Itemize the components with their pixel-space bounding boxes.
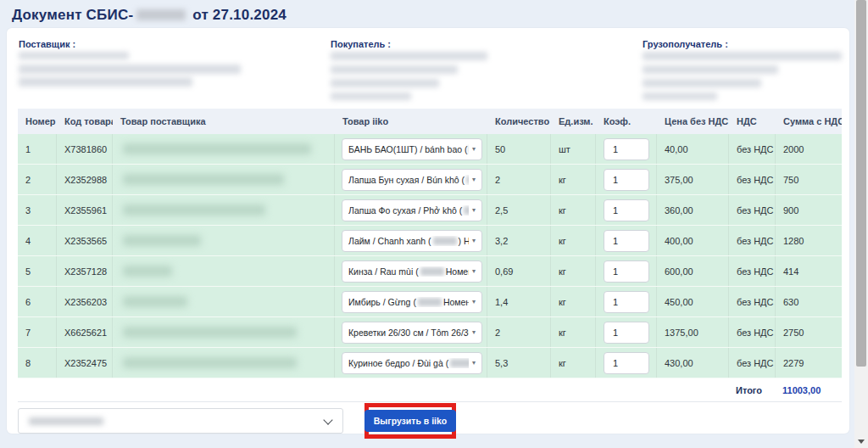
supplier-label: Поставщик : (19, 39, 75, 49)
consignee-label: Грузополучатель : (643, 39, 728, 49)
coefficient-input[interactable]: 1 (604, 260, 649, 283)
supplier-section: Поставщик : (19, 39, 75, 49)
iiko-product-text: Лапша Бун сухая / Bún khô (Н... (348, 175, 469, 185)
cell-price-without-vat: 400,00 (657, 226, 729, 255)
iiko-product-dropdown[interactable]: Лапша Бун сухая / Bún khô (Н... ▾ (342, 169, 482, 191)
cell-number: 1 (18, 134, 57, 164)
cell-product-code: X7381860 (57, 134, 113, 164)
dropdown-caret-icon: ▾ (472, 237, 476, 244)
iiko-product-dropdown[interactable]: БАНЬ БАО(1ШТ) / bánh bao (... ▾ (342, 138, 482, 160)
coefficient-input[interactable]: 1 (604, 352, 649, 374)
cell-coefficient: 1 (596, 287, 657, 316)
cell-number: 3 (18, 195, 57, 225)
cell-iiko-product: Лапша Фо сухая / Phở khô () Н... ▾ (335, 195, 487, 225)
redacted-consignee-line (643, 79, 761, 87)
vertical-scrollbar[interactable] (854, 0, 868, 448)
cell-iiko-product: Куриное бедро / Đùi gà (Номе... ▾ (335, 348, 487, 378)
redacted-supplier-product (123, 235, 201, 246)
coefficient-input[interactable]: 1 (604, 291, 649, 313)
iiko-product-dropdown[interactable]: Кинза / Rau mùi (Номенклату... ▾ (342, 260, 482, 283)
cell-quantity: 50 (487, 134, 551, 164)
redacted-supplier-product (123, 143, 311, 154)
table-row: 7 X6625621 Креветки 26/30 см / Tôm 26/30… (18, 317, 842, 348)
cell-unit: кг (551, 317, 596, 347)
cell-vat: без НДС (729, 348, 776, 378)
column-header: Сумма с НДС (776, 116, 842, 126)
redacted-supplier-product (123, 204, 265, 216)
redacted-iiko-fragment (464, 206, 469, 215)
red-highlight-annotation: Выгрузить в iiko (364, 403, 456, 439)
column-header: Коэф. (596, 116, 657, 126)
cell-iiko-product: Креветки 26/30 см / Tôm 26/30 đôn... ▾ (335, 317, 487, 347)
cell-number: 2 (18, 165, 57, 194)
table-row: 2 X2352988 Лапша Бун сухая / Bún khô (Н.… (18, 165, 842, 195)
cell-price-without-vat: 450,00 (657, 287, 729, 316)
coefficient-input[interactable]: 1 (604, 322, 649, 344)
cell-iiko-product: Кинза / Rau mùi (Номенклату... ▾ (335, 256, 487, 286)
cell-unit: кг (551, 226, 596, 255)
total-label: Итого (729, 385, 776, 395)
coefficient-input[interactable]: 1 (604, 169, 649, 191)
coefficient-input[interactable]: 1 (604, 199, 649, 221)
dropdown-caret-icon: ▾ (472, 176, 476, 183)
redacted-supplier-line (19, 64, 241, 74)
cell-sum-with-vat: 2279 (776, 348, 842, 378)
iiko-product-text: Куриное бедро / Đùi gà (Номе... (348, 358, 469, 368)
redacted-supplier-product (123, 266, 172, 277)
total-value: 11003,00 (776, 385, 842, 395)
cell-vat: без НДС (729, 165, 776, 194)
table-row: 3 X2355961 Лапша Фо сухая / Phở khô () Н… (18, 195, 842, 226)
cell-quantity: 1,4 (487, 287, 551, 316)
cell-coefficient: 1 (596, 317, 657, 347)
column-header: Код товара (57, 116, 113, 126)
chevron-down-icon (323, 415, 332, 424)
iiko-product-dropdown[interactable]: Имбирь / Gừng (Номенклатур... ▾ (342, 291, 482, 313)
export-target-select[interactable] (18, 408, 343, 434)
cell-vat: без НДС (729, 256, 776, 286)
cell-sum-with-vat: 750 (776, 165, 842, 194)
redacted-iiko-fragment (418, 298, 442, 306)
redacted-buyer-line (331, 65, 458, 74)
iiko-product-dropdown[interactable]: Лапша Фо сухая / Phở khô () Н... ▾ (342, 199, 482, 221)
cell-coefficient: 1 (596, 256, 657, 286)
redacted-supplier-line (19, 77, 192, 87)
cell-unit: шт (551, 134, 596, 164)
cell-price-without-vat: 375,00 (657, 165, 729, 194)
redacted-consignee-line (643, 92, 717, 100)
export-to-iiko-button[interactable]: Выгрузить в iiko (364, 410, 457, 432)
table-footer-row: Итого 11003,00 (18, 381, 842, 400)
cell-number: 6 (18, 287, 57, 316)
dropdown-caret-icon: ▾ (472, 206, 476, 214)
column-header: Количество (487, 116, 551, 126)
iiko-product-text: БАНЬ БАО(1ШТ) / bánh bao (... (348, 144, 469, 154)
cell-product-code: X2355961 (57, 195, 113, 225)
iiko-product-dropdown[interactable]: Креветки 26/30 см / Tôm 26/30 đôn... ▾ (342, 322, 482, 344)
column-header: Цена без НДС (657, 116, 729, 126)
iiko-product-dropdown[interactable]: Лайм / Chanh xanh () Номенкл... ▾ (342, 230, 482, 252)
redacted-buyer-line (331, 79, 439, 87)
cell-number: 4 (18, 226, 57, 255)
redacted-supplier-line (19, 52, 129, 59)
table-row: 6 X2356203 Имбирь / Gừng (Номенклатур...… (18, 287, 842, 317)
cell-coefficient: 1 (596, 195, 657, 225)
table-row: 5 X2357128 Кинза / Rau mùi (Номенклату..… (18, 256, 842, 287)
scrollbar-down-arrow-icon[interactable] (858, 440, 865, 444)
dropdown-caret-icon: ▾ (472, 267, 476, 275)
coefficient-input[interactable]: 1 (604, 230, 649, 252)
cell-iiko-product: Лайм / Chanh xanh () Номенкл... ▾ (335, 226, 487, 255)
iiko-product-text: Кинза / Rau mùi (Номенклату... (348, 266, 469, 277)
document-card: Поставщик : Покупатель : Грузополучатель… (7, 28, 849, 434)
coefficient-input[interactable]: 1 (604, 138, 649, 160)
table-row: 1 X7381860 БАНЬ БАО(1ШТ) / bánh bao (...… (18, 134, 842, 165)
cell-product-code: X2352988 (57, 165, 113, 194)
cell-iiko-product: БАНЬ БАО(1ШТ) / bánh bao (... ▾ (335, 134, 487, 164)
redacted-buyer-line (331, 92, 411, 100)
redacted-iiko-fragment (466, 176, 469, 184)
iiko-product-dropdown[interactable]: Куриное бедро / Đùi gà (Номе... ▾ (342, 352, 482, 374)
cell-supplier-product (113, 165, 335, 194)
cell-vat: без НДС (729, 195, 776, 225)
cell-sum-with-vat: 630 (776, 287, 842, 316)
redacted-select-value (29, 417, 103, 425)
scrollbar-thumb[interactable] (856, 0, 866, 367)
iiko-product-text: Лапша Фо сухая / Phở khô () Н... (348, 205, 469, 216)
